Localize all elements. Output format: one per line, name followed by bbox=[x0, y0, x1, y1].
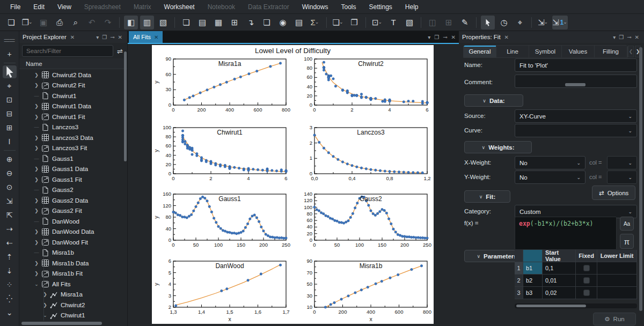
zoom-fit-icon[interactable]: ⇱ bbox=[3, 209, 17, 221]
layout-grid-button[interactable]: ⊞ bbox=[442, 16, 456, 29]
expander-collapsed-icon[interactable]: ❯ bbox=[33, 103, 40, 109]
tab-values[interactable]: Values bbox=[562, 46, 595, 57]
worksheet-title[interactable]: Lowel Level of Difficulty bbox=[152, 47, 434, 55]
crosshair-icon[interactable]: ⌖ bbox=[3, 79, 17, 92]
tree-item-lanczos3-fit[interactable]: ❯Lanczos3 Fit bbox=[19, 143, 127, 154]
column-header-lower-limit[interactable]: Lower Limit bbox=[597, 250, 637, 262]
expander-collapsed-icon[interactable]: ❯ bbox=[42, 292, 48, 297]
shift-down-y-icon[interactable]: ⇣ bbox=[3, 264, 17, 277]
expander-collapsed-icon[interactable]: ❯ bbox=[33, 145, 40, 151]
zoom-origin-icon[interactable]: ⊙ bbox=[3, 181, 17, 194]
subwindow-close-icon[interactable]: ✕ bbox=[451, 34, 456, 40]
y-weight-col-select[interactable]: ⌄ bbox=[607, 171, 637, 184]
plot-lanczos3[interactable]: 0,00,40,81,20123Lanczos3 bbox=[293, 126, 433, 183]
zoom-select-mode-button[interactable]: ⌖ bbox=[513, 16, 527, 29]
layout-vertical-button[interactable]: ◫ bbox=[426, 16, 440, 29]
expander-collapsed-icon[interactable]: ❯ bbox=[33, 83, 40, 88]
print-preview-button[interactable]: ⌕ bbox=[69, 16, 83, 29]
tree-item-lanczos3[interactable]: —Lanczos3 bbox=[19, 122, 127, 133]
magnification-button[interactable]: ⇲⌄ bbox=[536, 16, 550, 29]
pointer-mode-button[interactable] bbox=[481, 16, 495, 29]
expander-collapsed-icon[interactable]: ❯ bbox=[33, 271, 40, 276]
tree-item-gauss1-data[interactable]: ❯Gauss1 Data bbox=[19, 164, 127, 175]
tree-item-misra1a[interactable]: ❯Misra1a bbox=[19, 290, 127, 300]
more-tools-icon[interactable]: ⁘ bbox=[3, 278, 17, 291]
tree-item-chwirut2-data[interactable]: ❯Chwirut2 Data bbox=[19, 70, 127, 80]
tree-item-danwood[interactable]: —DanWood bbox=[19, 216, 127, 227]
new-matrix-button[interactable]: ⊞ bbox=[228, 16, 241, 29]
fixed-checkbox[interactable] bbox=[583, 277, 590, 284]
tree-item-misra1b-data[interactable]: ❯Misra1b Data bbox=[19, 258, 127, 269]
menu-worksheet[interactable]: Worksheet bbox=[158, 2, 201, 12]
layout-edit-button[interactable]: ✎ bbox=[458, 16, 472, 29]
tree-item-gauss1-fit[interactable]: ❯Gauss1 Fit bbox=[19, 174, 127, 185]
new-spreadsheet-button[interactable]: ▦ bbox=[211, 16, 225, 29]
presenter-mode-button[interactable]: ▧ bbox=[156, 16, 170, 29]
subwindow-pin-icon[interactable]: ⊸ bbox=[443, 34, 447, 40]
run-button[interactable]: ⚙ Run bbox=[593, 313, 636, 325]
project-explorer-tab-close-icon[interactable]: ✕ bbox=[69, 34, 76, 40]
new-workbook-button[interactable]: ▤ bbox=[195, 16, 209, 29]
expander-collapsed-icon[interactable]: ❯ bbox=[33, 72, 40, 78]
navigation-mode-button[interactable]: ◷ bbox=[497, 16, 511, 29]
expander-collapsed-icon[interactable]: ❯ bbox=[33, 208, 40, 213]
param-name-cell[interactable]: b1 bbox=[523, 262, 543, 275]
expander-collapsed-icon[interactable]: ❯ bbox=[33, 135, 40, 140]
save-project-button[interactable]: ▣ bbox=[36, 16, 50, 29]
tree-item-chwirut1-data[interactable]: ❯Chwirut1 Data bbox=[19, 101, 127, 112]
export-button[interactable]: ❏⌄ bbox=[331, 16, 345, 29]
formula-editor[interactable]: exp(-b1*x)/(b2+b3*x) bbox=[515, 217, 617, 250]
plot-gauss2[interactable]: 050100150200250020406080100120140Gauss2 bbox=[293, 192, 433, 250]
dock-close-icon[interactable]: ✕ bbox=[633, 34, 641, 40]
expander-collapsed-icon[interactable]: ❯ bbox=[33, 240, 40, 245]
tree-item-chwirut1[interactable]: —Chwirut1 bbox=[19, 91, 127, 101]
tab-all-fits[interactable]: All Fits ✕ bbox=[129, 31, 163, 43]
tree-item-gauss2-data[interactable]: ❯Gauss2 Data bbox=[19, 195, 127, 206]
column-header-start-value[interactable]: Start Value bbox=[543, 250, 576, 262]
param-lower-limit-cell[interactable] bbox=[597, 287, 637, 299]
menu-tools[interactable]: Tools bbox=[335, 2, 362, 12]
expander-collapsed-icon[interactable]: ❯ bbox=[42, 302, 48, 308]
tree-item-lanczos3-data[interactable]: ❯Lanczos3 Data bbox=[19, 132, 127, 143]
dock-close-icon[interactable]: ✕ bbox=[116, 34, 124, 40]
tree-item-danwood-fit[interactable]: ❯DanWood Fit bbox=[19, 237, 127, 248]
new-datapicker-button[interactable]: ◉ bbox=[276, 16, 290, 29]
new-folder-button[interactable]: ❏ bbox=[179, 16, 193, 29]
tab-general[interactable]: General bbox=[464, 46, 496, 57]
cursor-icon[interactable] bbox=[3, 65, 17, 78]
expander-collapsed-icon[interactable]: ❯ bbox=[33, 166, 40, 172]
param-start-value-cell[interactable]: 0,1 bbox=[543, 262, 576, 275]
menu-edit[interactable]: Edit bbox=[27, 2, 50, 12]
menu-windows[interactable]: Windows bbox=[296, 2, 334, 12]
tab-scroll-left-icon[interactable]: ❮ bbox=[628, 46, 634, 57]
fixed-checkbox[interactable] bbox=[583, 290, 590, 296]
tree-column-header[interactable]: Name bbox=[19, 58, 127, 69]
curve-select[interactable]: ⌄ bbox=[515, 124, 637, 137]
worksheet-viewport[interactable]: Lowel Level of Difficulty 02004006008000… bbox=[128, 44, 459, 326]
more-tools-2-icon[interactable]: ⁛ bbox=[3, 292, 17, 305]
row-number[interactable]: 1 bbox=[515, 262, 523, 275]
expander-expanded-icon[interactable]: ⌄ bbox=[33, 281, 40, 287]
dock-float-icon[interactable]: ❐ bbox=[100, 34, 108, 40]
fit-options-button[interactable]: ⇄ Options bbox=[592, 186, 635, 200]
plot-gauss1[interactable]: 05010015020025004080120160Gauss1y bbox=[152, 192, 291, 250]
dock-menu-icon[interactable]: ▾ bbox=[611, 34, 617, 40]
tree-item-chwirut2[interactable]: ❯Chwirut2 bbox=[19, 300, 127, 310]
new-note-button[interactable]: ▤ bbox=[292, 16, 306, 29]
toggle-project-explorer-button[interactable]: ◧ bbox=[124, 16, 138, 29]
fit-section-button[interactable]: ∨ Fit: bbox=[464, 190, 510, 203]
tree-item-chwirut2-fit[interactable]: ❯Chwirut2 Fit bbox=[19, 80, 127, 91]
subwindow-menu-icon[interactable]: ▾ bbox=[428, 34, 430, 40]
dock-pin-icon[interactable]: ⊸ bbox=[108, 34, 116, 40]
new-project-button[interactable]: ❏ bbox=[4, 16, 18, 29]
param-name-cell[interactable]: b2 bbox=[523, 275, 543, 287]
tab-filling[interactable]: Filling bbox=[595, 46, 627, 57]
plot-misra1b[interactable]: 02004006008001030507090Misra1bx bbox=[293, 260, 433, 324]
dock-float-icon[interactable]: ❐ bbox=[617, 34, 625, 40]
tree-item-gauss2[interactable]: —Gauss2 bbox=[19, 185, 127, 196]
param-start-value-cell[interactable]: 0,01 bbox=[543, 275, 576, 287]
redo-button[interactable]: ↷ bbox=[101, 16, 115, 29]
shift-left-x-icon[interactable]: ⇠ bbox=[3, 236, 17, 249]
tree-item-misra1b[interactable]: —Misra1b bbox=[19, 248, 127, 258]
param-lower-limit-cell[interactable] bbox=[597, 275, 637, 287]
